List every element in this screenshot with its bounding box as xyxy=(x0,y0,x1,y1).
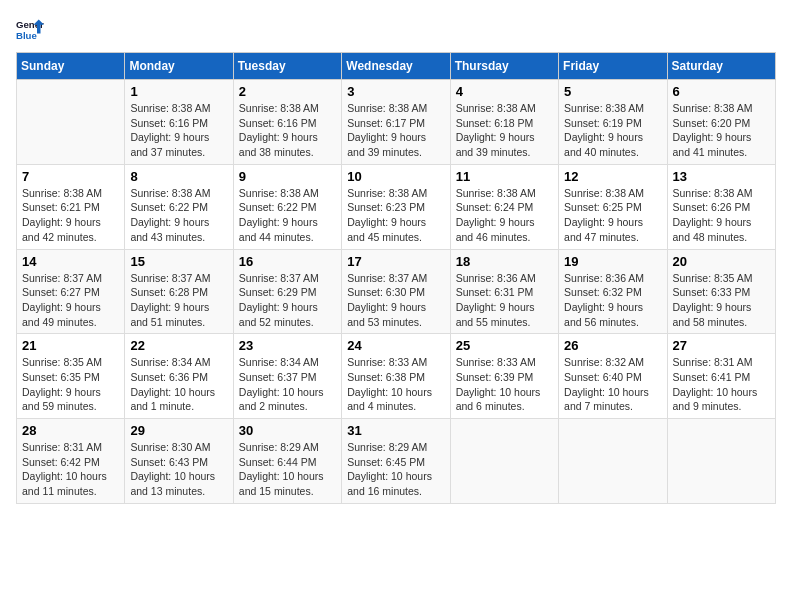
day-cell xyxy=(450,419,558,504)
week-row-5: 28Sunrise: 8:31 AM Sunset: 6:42 PM Dayli… xyxy=(17,419,776,504)
day-cell: 24Sunrise: 8:33 AM Sunset: 6:38 PM Dayli… xyxy=(342,334,450,419)
day-number: 9 xyxy=(239,169,336,184)
day-cell: 3Sunrise: 8:38 AM Sunset: 6:17 PM Daylig… xyxy=(342,80,450,165)
day-number: 17 xyxy=(347,254,444,269)
day-cell xyxy=(17,80,125,165)
col-header-tuesday: Tuesday xyxy=(233,53,341,80)
day-number: 4 xyxy=(456,84,553,99)
day-cell: 2Sunrise: 8:38 AM Sunset: 6:16 PM Daylig… xyxy=(233,80,341,165)
day-info: Sunrise: 8:33 AM Sunset: 6:38 PM Dayligh… xyxy=(347,355,444,414)
col-header-wednesday: Wednesday xyxy=(342,53,450,80)
day-info: Sunrise: 8:38 AM Sunset: 6:18 PM Dayligh… xyxy=(456,101,553,160)
day-cell: 12Sunrise: 8:38 AM Sunset: 6:25 PM Dayli… xyxy=(559,164,667,249)
day-cell: 20Sunrise: 8:35 AM Sunset: 6:33 PM Dayli… xyxy=(667,249,775,334)
day-number: 30 xyxy=(239,423,336,438)
day-cell: 10Sunrise: 8:38 AM Sunset: 6:23 PM Dayli… xyxy=(342,164,450,249)
day-number: 21 xyxy=(22,338,119,353)
day-cell: 14Sunrise: 8:37 AM Sunset: 6:27 PM Dayli… xyxy=(17,249,125,334)
day-info: Sunrise: 8:31 AM Sunset: 6:41 PM Dayligh… xyxy=(673,355,770,414)
day-number: 2 xyxy=(239,84,336,99)
day-cell: 18Sunrise: 8:36 AM Sunset: 6:31 PM Dayli… xyxy=(450,249,558,334)
day-info: Sunrise: 8:37 AM Sunset: 6:28 PM Dayligh… xyxy=(130,271,227,330)
day-cell: 21Sunrise: 8:35 AM Sunset: 6:35 PM Dayli… xyxy=(17,334,125,419)
day-info: Sunrise: 8:38 AM Sunset: 6:16 PM Dayligh… xyxy=(239,101,336,160)
week-row-1: 1Sunrise: 8:38 AM Sunset: 6:16 PM Daylig… xyxy=(17,80,776,165)
day-info: Sunrise: 8:38 AM Sunset: 6:20 PM Dayligh… xyxy=(673,101,770,160)
day-cell: 8Sunrise: 8:38 AM Sunset: 6:22 PM Daylig… xyxy=(125,164,233,249)
col-header-monday: Monday xyxy=(125,53,233,80)
day-info: Sunrise: 8:38 AM Sunset: 6:25 PM Dayligh… xyxy=(564,186,661,245)
day-cell: 6Sunrise: 8:38 AM Sunset: 6:20 PM Daylig… xyxy=(667,80,775,165)
day-info: Sunrise: 8:37 AM Sunset: 6:27 PM Dayligh… xyxy=(22,271,119,330)
day-cell: 4Sunrise: 8:38 AM Sunset: 6:18 PM Daylig… xyxy=(450,80,558,165)
day-cell: 1Sunrise: 8:38 AM Sunset: 6:16 PM Daylig… xyxy=(125,80,233,165)
week-row-3: 14Sunrise: 8:37 AM Sunset: 6:27 PM Dayli… xyxy=(17,249,776,334)
day-cell: 28Sunrise: 8:31 AM Sunset: 6:42 PM Dayli… xyxy=(17,419,125,504)
day-cell: 11Sunrise: 8:38 AM Sunset: 6:24 PM Dayli… xyxy=(450,164,558,249)
day-cell: 7Sunrise: 8:38 AM Sunset: 6:21 PM Daylig… xyxy=(17,164,125,249)
day-info: Sunrise: 8:30 AM Sunset: 6:43 PM Dayligh… xyxy=(130,440,227,499)
day-number: 25 xyxy=(456,338,553,353)
day-info: Sunrise: 8:29 AM Sunset: 6:45 PM Dayligh… xyxy=(347,440,444,499)
col-header-sunday: Sunday xyxy=(17,53,125,80)
day-number: 15 xyxy=(130,254,227,269)
day-cell: 26Sunrise: 8:32 AM Sunset: 6:40 PM Dayli… xyxy=(559,334,667,419)
week-row-2: 7Sunrise: 8:38 AM Sunset: 6:21 PM Daylig… xyxy=(17,164,776,249)
day-cell: 27Sunrise: 8:31 AM Sunset: 6:41 PM Dayli… xyxy=(667,334,775,419)
day-info: Sunrise: 8:38 AM Sunset: 6:19 PM Dayligh… xyxy=(564,101,661,160)
day-number: 8 xyxy=(130,169,227,184)
day-number: 1 xyxy=(130,84,227,99)
day-number: 18 xyxy=(456,254,553,269)
day-number: 23 xyxy=(239,338,336,353)
day-info: Sunrise: 8:33 AM Sunset: 6:39 PM Dayligh… xyxy=(456,355,553,414)
day-cell xyxy=(667,419,775,504)
day-cell xyxy=(559,419,667,504)
day-number: 31 xyxy=(347,423,444,438)
day-info: Sunrise: 8:38 AM Sunset: 6:22 PM Dayligh… xyxy=(130,186,227,245)
day-info: Sunrise: 8:29 AM Sunset: 6:44 PM Dayligh… xyxy=(239,440,336,499)
day-cell: 5Sunrise: 8:38 AM Sunset: 6:19 PM Daylig… xyxy=(559,80,667,165)
day-info: Sunrise: 8:35 AM Sunset: 6:35 PM Dayligh… xyxy=(22,355,119,414)
day-number: 6 xyxy=(673,84,770,99)
day-cell: 19Sunrise: 8:36 AM Sunset: 6:32 PM Dayli… xyxy=(559,249,667,334)
day-number: 10 xyxy=(347,169,444,184)
day-info: Sunrise: 8:36 AM Sunset: 6:32 PM Dayligh… xyxy=(564,271,661,330)
day-number: 3 xyxy=(347,84,444,99)
col-header-thursday: Thursday xyxy=(450,53,558,80)
day-info: Sunrise: 8:31 AM Sunset: 6:42 PM Dayligh… xyxy=(22,440,119,499)
day-number: 27 xyxy=(673,338,770,353)
day-number: 28 xyxy=(22,423,119,438)
column-headers: SundayMondayTuesdayWednesdayThursdayFrid… xyxy=(17,53,776,80)
page-header: General Blue xyxy=(16,16,776,44)
week-row-4: 21Sunrise: 8:35 AM Sunset: 6:35 PM Dayli… xyxy=(17,334,776,419)
col-header-saturday: Saturday xyxy=(667,53,775,80)
day-info: Sunrise: 8:38 AM Sunset: 6:17 PM Dayligh… xyxy=(347,101,444,160)
day-info: Sunrise: 8:32 AM Sunset: 6:40 PM Dayligh… xyxy=(564,355,661,414)
day-info: Sunrise: 8:38 AM Sunset: 6:26 PM Dayligh… xyxy=(673,186,770,245)
day-info: Sunrise: 8:38 AM Sunset: 6:24 PM Dayligh… xyxy=(456,186,553,245)
day-number: 12 xyxy=(564,169,661,184)
day-cell: 16Sunrise: 8:37 AM Sunset: 6:29 PM Dayli… xyxy=(233,249,341,334)
day-info: Sunrise: 8:34 AM Sunset: 6:37 PM Dayligh… xyxy=(239,355,336,414)
day-info: Sunrise: 8:38 AM Sunset: 6:16 PM Dayligh… xyxy=(130,101,227,160)
day-cell: 15Sunrise: 8:37 AM Sunset: 6:28 PM Dayli… xyxy=(125,249,233,334)
day-cell: 9Sunrise: 8:38 AM Sunset: 6:22 PM Daylig… xyxy=(233,164,341,249)
day-info: Sunrise: 8:34 AM Sunset: 6:36 PM Dayligh… xyxy=(130,355,227,414)
day-number: 16 xyxy=(239,254,336,269)
day-number: 22 xyxy=(130,338,227,353)
logo-icon: General Blue xyxy=(16,16,44,44)
day-cell: 22Sunrise: 8:34 AM Sunset: 6:36 PM Dayli… xyxy=(125,334,233,419)
day-number: 13 xyxy=(673,169,770,184)
col-header-friday: Friday xyxy=(559,53,667,80)
day-info: Sunrise: 8:36 AM Sunset: 6:31 PM Dayligh… xyxy=(456,271,553,330)
day-cell: 31Sunrise: 8:29 AM Sunset: 6:45 PM Dayli… xyxy=(342,419,450,504)
day-cell: 30Sunrise: 8:29 AM Sunset: 6:44 PM Dayli… xyxy=(233,419,341,504)
calendar-table: SundayMondayTuesdayWednesdayThursdayFrid… xyxy=(16,52,776,504)
day-number: 14 xyxy=(22,254,119,269)
day-number: 7 xyxy=(22,169,119,184)
day-number: 24 xyxy=(347,338,444,353)
day-info: Sunrise: 8:35 AM Sunset: 6:33 PM Dayligh… xyxy=(673,271,770,330)
day-cell: 13Sunrise: 8:38 AM Sunset: 6:26 PM Dayli… xyxy=(667,164,775,249)
day-info: Sunrise: 8:38 AM Sunset: 6:22 PM Dayligh… xyxy=(239,186,336,245)
day-number: 20 xyxy=(673,254,770,269)
